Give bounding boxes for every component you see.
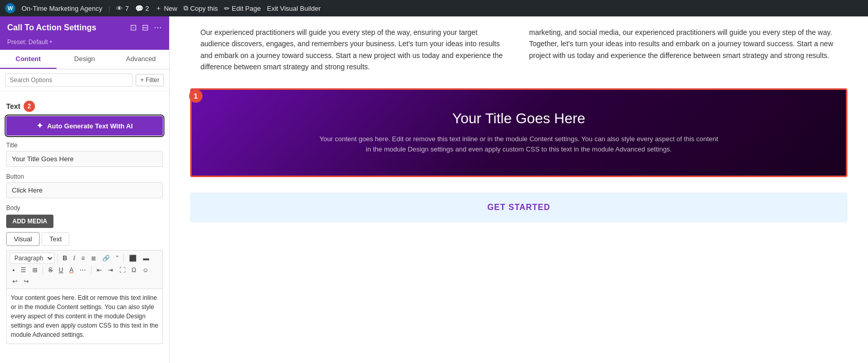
main-layout: Call To Action Settings ⊡ ⊟ ⋯ Preset: De… xyxy=(0,16,868,363)
undo-btn[interactable]: ↩ xyxy=(10,276,20,286)
text-color-btn[interactable]: A xyxy=(67,265,76,275)
tab-content[interactable]: Content xyxy=(0,50,57,69)
toolbar-sep1 xyxy=(57,254,58,263)
new-label: New xyxy=(164,5,177,12)
align-center-btn[interactable]: ▬ xyxy=(140,253,152,263)
content-top: Our experienced practitioners will guide… xyxy=(170,16,868,78)
sep1: | xyxy=(108,5,110,12)
edit-page-item[interactable]: ✏ Edit Page xyxy=(224,5,261,12)
title-input[interactable] xyxy=(6,151,163,167)
views-item[interactable]: 👁 7 xyxy=(116,5,128,12)
sidebar-content: Text 2 ✦ Auto Generate Text With AI Titl… xyxy=(0,91,169,363)
text-badge: 2 xyxy=(24,101,35,112)
sidebar: Call To Action Settings ⊡ ⊟ ⋯ Preset: De… xyxy=(0,16,170,363)
copy-this-item[interactable]: ⧉ Copy this xyxy=(183,4,218,12)
editor-toolbar: Paragraph B I ≡ ≣ 🔗 " ⬛ ▬ ▪ ☰ ⊞ S xyxy=(6,250,163,289)
button-field-label: Button xyxy=(6,173,163,180)
fullscreen-btn[interactable]: ⛶ xyxy=(117,265,128,275)
indent-out-btn[interactable]: ⇤ xyxy=(94,265,104,275)
button-input[interactable] xyxy=(6,182,163,198)
col2-text: marketing, and social media, our experie… xyxy=(529,27,838,61)
col1-text: Our experienced practitioners will guide… xyxy=(200,27,509,73)
sidebar-search-bar: + Filter xyxy=(0,69,169,91)
align-justify-btn[interactable]: ☰ xyxy=(18,265,29,275)
expand-icon-btn[interactable]: ⊡ xyxy=(130,23,137,32)
body-label: Body xyxy=(6,204,163,212)
eye-icon: 👁 xyxy=(116,5,123,12)
visual-text-tabs: Visual Text xyxy=(6,232,163,246)
sidebar-tabs: Content Design Advanced xyxy=(0,50,169,69)
wp-logo-item[interactable]: W xyxy=(5,3,15,13)
title-label: Title xyxy=(6,142,163,149)
edit-icon: ✏ xyxy=(224,5,230,12)
cta-body: Your content goes here. Edit or remove t… xyxy=(319,134,719,156)
views-count: 7 xyxy=(125,5,128,12)
more-btn[interactable]: ⋯ xyxy=(77,265,88,275)
redo-btn[interactable]: ↪ xyxy=(21,276,31,286)
edit-page-label: Edit Page xyxy=(232,5,261,12)
toolbar-sep3 xyxy=(43,265,43,275)
link-btn[interactable]: 🔗 xyxy=(100,253,113,263)
ai-generate-button[interactable]: ✦ Auto Generate Text With AI xyxy=(6,116,163,136)
italic-btn[interactable]: I xyxy=(71,253,78,263)
cta-module: Your Title Goes Here Your content goes h… xyxy=(190,88,847,178)
bottom-strip: GET STARTED xyxy=(170,193,868,222)
editor-body[interactable]: Your content goes here. Edit or remove t… xyxy=(6,289,163,344)
preset-line: Preset: Default • xyxy=(0,36,169,50)
plus-icon: ＋ xyxy=(155,4,162,13)
underline-btn[interactable]: U xyxy=(56,265,66,275)
cta-wrapper: 1 Your Title Goes Here Your content goes… xyxy=(170,78,868,188)
body-content: Your content goes here. Edit or remove t… xyxy=(11,294,158,338)
comment-icon: 💬 xyxy=(135,5,143,12)
copy-icon: ⧉ xyxy=(183,4,188,12)
copy-label: Copy this xyxy=(190,5,218,12)
wp-logo: W xyxy=(5,3,15,13)
ul-btn[interactable]: ≡ xyxy=(79,253,87,263)
more-icon-btn[interactable]: ⋯ xyxy=(154,23,162,32)
title-field-group: Title xyxy=(6,142,163,167)
new-item[interactable]: ＋ New xyxy=(155,4,177,13)
get-started-box: GET STARTED xyxy=(190,193,847,222)
align-right-btn[interactable]: ▪ xyxy=(10,265,17,275)
text-tab[interactable]: Text xyxy=(42,232,69,246)
top-bar: W On-Time Marketing Agency | 👁 7 💬 2 ＋ N… xyxy=(0,0,868,16)
ai-generate-label: Auto Generate Text With AI xyxy=(47,122,133,130)
emoji-btn[interactable]: ☺ xyxy=(140,265,151,275)
comments-item[interactable]: 💬 2 xyxy=(135,5,149,12)
comments-count: 2 xyxy=(145,5,149,12)
bold-btn[interactable]: B xyxy=(60,253,70,263)
site-name: On-Time Marketing Agency xyxy=(22,5,102,12)
cta-badge: 1 xyxy=(189,89,202,103)
site-name-item[interactable]: On-Time Marketing Agency xyxy=(22,5,102,12)
exit-builder-item[interactable]: Exit Visual Builder xyxy=(267,5,321,12)
blockquote-btn[interactable]: " xyxy=(114,253,121,263)
align-left-btn[interactable]: ⬛ xyxy=(126,253,139,263)
text-section-label: Text xyxy=(6,102,21,110)
search-input[interactable] xyxy=(5,73,133,87)
sidebar-header: Call To Action Settings ⊡ ⊟ ⋯ xyxy=(0,16,169,36)
ol-btn[interactable]: ≣ xyxy=(88,253,99,263)
text-section-header: Text 2 xyxy=(6,101,163,112)
paragraph-select[interactable]: Paragraph xyxy=(10,253,54,264)
toolbar-sep2 xyxy=(123,254,124,263)
layout-icon-btn[interactable]: ⊟ xyxy=(142,23,149,32)
tab-design[interactable]: Design xyxy=(57,50,113,69)
visual-tab[interactable]: Visual xyxy=(6,232,40,246)
special-char-btn[interactable]: Ω xyxy=(129,265,139,275)
button-field-group: Button xyxy=(6,173,163,198)
sidebar-title: Call To Action Settings xyxy=(7,23,96,32)
page-content: Our experienced practitioners will guide… xyxy=(170,16,868,363)
filter-label: + Filter xyxy=(140,77,159,84)
filter-button[interactable]: + Filter xyxy=(136,74,164,86)
strikethrough-btn[interactable]: S xyxy=(46,265,55,275)
add-media-button[interactable]: ADD MEDIA xyxy=(6,215,53,228)
cta-title: Your Title Goes Here xyxy=(223,110,815,127)
body-field-group: Body ADD MEDIA Visual Text Paragraph xyxy=(6,204,163,344)
content-col-2: marketing, and social media, our experie… xyxy=(519,27,848,73)
exit-label: Exit Visual Builder xyxy=(267,5,321,12)
toolbar-sep4 xyxy=(91,265,91,275)
table-btn[interactable]: ⊞ xyxy=(30,265,40,275)
preset-text: Preset: Default • xyxy=(7,39,52,46)
tab-advanced[interactable]: Advanced xyxy=(113,50,169,69)
indent-in-btn[interactable]: ⇥ xyxy=(105,265,116,275)
